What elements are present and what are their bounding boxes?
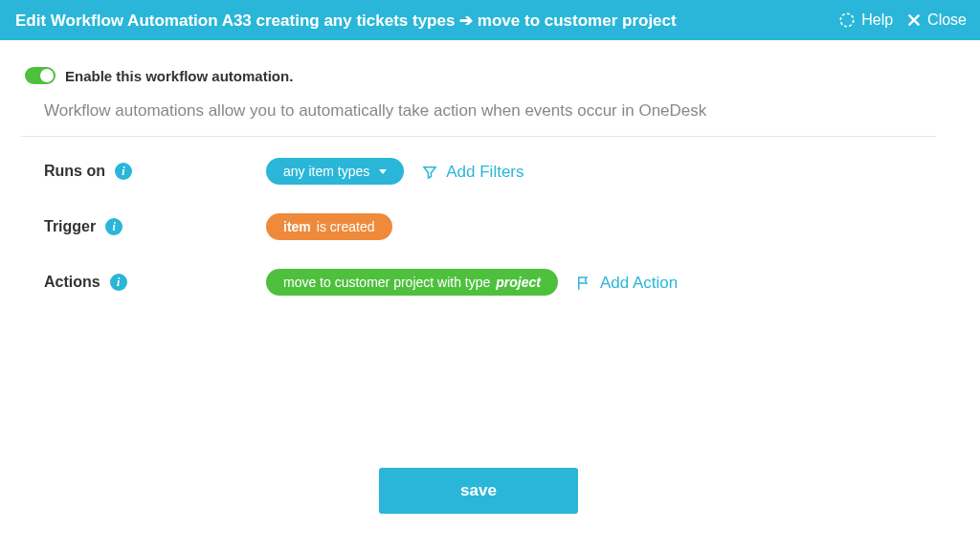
enable-label: Enable this workflow automation. — [65, 68, 293, 84]
help-button[interactable]: Help — [838, 11, 893, 29]
trigger-pill-bold: item — [283, 219, 311, 234]
trigger-label-wrap: Trigger i — [44, 218, 266, 235]
svg-point-0 — [840, 13, 854, 27]
toggle-knob — [40, 69, 54, 82]
add-action-button[interactable]: Add Action — [575, 272, 678, 293]
close-button[interactable]: Close — [906, 11, 967, 29]
chevron-down-icon — [379, 169, 387, 174]
flag-icon — [575, 275, 592, 292]
add-filters-button[interactable]: Add Filters — [421, 161, 523, 182]
runs-on-value: any item types — [283, 164, 369, 179]
runs-on-dropdown[interactable]: any item types — [266, 158, 404, 185]
action-pill-em: project — [496, 275, 541, 290]
save-row: save — [21, 468, 936, 514]
runs-on-label: Runs on — [44, 163, 105, 180]
dialog-title: Edit Workflow Automation A33 creating an… — [15, 11, 677, 31]
info-icon[interactable]: i — [105, 218, 122, 235]
trigger-row: Trigger i item is created — [21, 213, 936, 240]
add-filters-label: Add Filters — [446, 163, 523, 182]
actions-label: Actions — [44, 274, 100, 291]
enable-toggle[interactable] — [25, 67, 56, 84]
actions-row: Actions i move to customer project with … — [21, 269, 936, 296]
save-button[interactable]: save — [379, 468, 578, 514]
enable-row: Enable this workflow automation. — [21, 67, 936, 84]
trigger-pill[interactable]: item is created — [266, 213, 392, 240]
divider — [21, 136, 936, 137]
info-icon[interactable]: i — [115, 163, 132, 180]
close-icon — [906, 12, 922, 28]
filter-icon — [421, 164, 438, 181]
actions-label-wrap: Actions i — [44, 274, 266, 291]
dialog-header: Edit Workflow Automation A33 creating an… — [0, 0, 980, 40]
runs-on-label-wrap: Runs on i — [44, 163, 266, 180]
action-pill[interactable]: move to customer project with type proje… — [266, 269, 558, 296]
info-icon[interactable]: i — [110, 274, 127, 291]
trigger-pill-rest: is created — [317, 219, 375, 234]
help-label: Help — [861, 11, 893, 29]
runs-on-row: Runs on i any item types Add Filters — [21, 158, 936, 185]
trigger-label: Trigger — [44, 218, 96, 235]
header-actions: Help Close — [838, 11, 967, 29]
help-icon — [838, 11, 856, 29]
close-label: Close — [927, 11, 967, 29]
dialog-content: Enable this workflow automation. Workflo… — [0, 40, 980, 514]
description-text: Workflow automations allow you to automa… — [21, 101, 936, 121]
action-pill-prefix: move to customer project with type — [283, 275, 490, 290]
add-action-label: Add Action — [600, 274, 678, 293]
